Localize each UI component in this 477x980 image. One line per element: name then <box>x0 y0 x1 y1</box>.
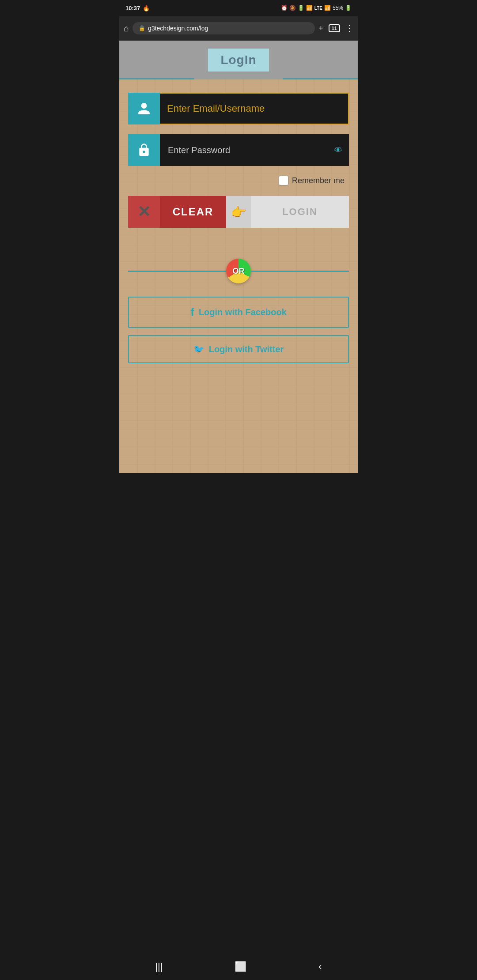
lock-icon: 🔒 <box>139 25 145 31</box>
twitter-icon: 🐦 <box>193 344 204 354</box>
lock-icon <box>137 143 151 157</box>
clear-button[interactable]: ✕ CLEAR <box>128 196 226 228</box>
buttons-row: ✕ CLEAR 👉 LOGIN <box>128 196 349 228</box>
password-wrapper: 👁 <box>160 134 349 166</box>
url-text: g3techdesign.com/log <box>148 25 208 32</box>
menu-icon[interactable]: ⋮ <box>345 23 353 33</box>
flame-icon: 🔥 <box>143 5 150 11</box>
or-line-left <box>128 271 226 272</box>
password-input[interactable] <box>161 145 329 155</box>
user-icon-box <box>128 93 160 124</box>
browser-bar: ⌂ 🔒 g3techdesign.com/log + 11 ⋮ <box>119 16 358 41</box>
user-icon <box>137 102 151 116</box>
login-header: LogIn <box>119 41 358 79</box>
or-badge: OR <box>226 259 251 283</box>
battery-percent: 55% <box>333 5 343 11</box>
social-area: f Login with Facebook 🐦 Login with Twitt… <box>119 297 358 379</box>
x-icon: ✕ <box>137 203 151 221</box>
home-button[interactable]: ⌂ <box>124 23 129 34</box>
mute-icon: 🔕 <box>289 5 296 11</box>
url-bar[interactable]: 🔒 g3techdesign.com/log <box>132 22 315 34</box>
facebook-login-button[interactable]: f Login with Facebook <box>128 297 349 328</box>
time-display: 10:37 <box>125 5 140 11</box>
tab-count[interactable]: 11 <box>329 24 340 32</box>
remember-checkbox[interactable] <box>279 176 288 185</box>
clear-label: CLEAR <box>160 206 226 218</box>
pointing-hand-icon: 👉 <box>231 205 246 219</box>
lock-icon-box <box>128 134 160 166</box>
status-bar: 10:37 🔥 ⏰ 🔕 🔋 📶 LTE 📶 55% 🔋 <box>119 0 358 16</box>
eye-icon[interactable]: 👁 <box>329 145 348 155</box>
facebook-label: Login with Facebook <box>199 307 287 317</box>
password-input-row: 👁 <box>128 134 349 166</box>
status-icons: ⏰ 🔕 🔋 📶 LTE 📶 55% 🔋 <box>281 5 352 11</box>
browser-actions: + 11 ⋮ <box>318 23 353 33</box>
twitter-login-button[interactable]: 🐦 Login with Twitter <box>128 335 349 363</box>
form-area: 👁 Remember me ✕ CLEAR 👉 LOGIN <box>119 79 358 254</box>
email-input[interactable] <box>160 93 349 124</box>
arrow-divider: 👉 <box>226 196 251 228</box>
clear-icon-box: ✕ <box>128 196 160 228</box>
new-tab-icon[interactable]: + <box>318 24 323 33</box>
lte-label: LTE <box>314 6 322 11</box>
signal-icon: 📶 <box>324 5 331 11</box>
email-input-row <box>128 93 349 124</box>
login-button[interactable]: LOGIN <box>251 196 349 228</box>
status-time: 10:37 🔥 <box>125 5 150 11</box>
login-title: LogIn <box>208 49 269 72</box>
page-content: LogIn 👁 R <box>119 41 358 473</box>
facebook-icon: f <box>190 305 194 319</box>
battery-icon: 🔋 <box>345 5 352 11</box>
remember-me-row: Remember me <box>128 176 349 185</box>
alarm-icon: ⏰ <box>281 5 288 11</box>
battery-charging-icon: 🔋 <box>298 5 304 11</box>
or-divider: OR <box>128 259 349 283</box>
twitter-label: Login with Twitter <box>209 344 284 354</box>
wifi-icon: 📶 <box>306 5 313 11</box>
or-line-right <box>251 271 349 272</box>
remember-label: Remember me <box>292 176 344 185</box>
